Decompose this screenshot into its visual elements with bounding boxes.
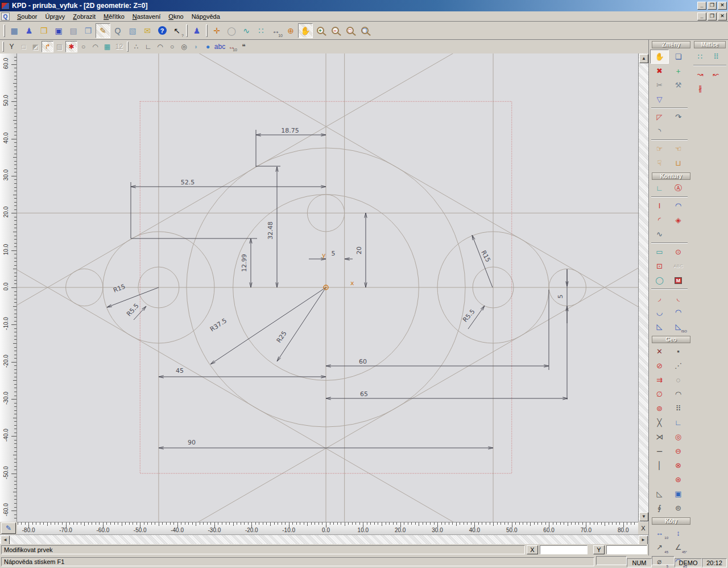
points-cluster-icon[interactable]: ⠿ [669, 401, 688, 415]
menu-nápověda[interactable]: Nápověda [188, 12, 224, 21]
zoom-extents-icon[interactable]: ❐ [357, 23, 372, 38]
point-tool-icon[interactable]: ▪ [669, 344, 688, 359]
dimension-tool-icon[interactable]: ↔10 [268, 23, 283, 38]
panel-title[interactable]: Změny [652, 41, 690, 48]
zoom-window-icon[interactable]: □ [342, 23, 357, 38]
delete-element-icon[interactable]: ✖ [650, 64, 669, 78]
menu-úpravy[interactable]: Úpravy [41, 12, 69, 21]
circle-tangent-icon[interactable]: ⊚ [650, 401, 669, 415]
select-elements-icon[interactable]: ❏ [669, 50, 688, 64]
snap-shape-icon[interactable]: ◗ [190, 41, 202, 52]
polygon-center-icon[interactable]: ⊡ [650, 259, 669, 273]
pattern-mirror-icon[interactable]: ∦ [692, 81, 708, 96]
ellipse-tool-icon[interactable]: ◯ [650, 273, 669, 287]
plot-new-icon[interactable]: ▦ [7, 23, 22, 38]
mdi-restore-button[interactable]: ❐ [708, 13, 717, 20]
step-line-icon[interactable]: ∟ [669, 415, 688, 430]
parallel-lines-icon[interactable]: ⇉ [650, 373, 669, 387]
mdi-close-button[interactable]: ✕ [718, 13, 727, 20]
numeric-mode-icon[interactable]: 12 [113, 41, 125, 52]
circle-element-icon[interactable]: ◯ [224, 23, 239, 38]
grid-mode-icon[interactable]: ▦ [101, 41, 113, 52]
context-help-icon[interactable]: ↖? [169, 23, 184, 38]
point-mode-icon[interactable]: ✱ [65, 41, 77, 52]
menu-soubor[interactable]: Soubor [13, 12, 41, 21]
info-element-icon[interactable]: ♟ [22, 23, 36, 38]
ellipse-curve-icon[interactable]: ⊜ [669, 501, 688, 515]
circle-center-icon[interactable]: ⊙ [669, 245, 688, 259]
select-rect-icon[interactable]: □ [18, 41, 30, 52]
polyline-points-icon[interactable]: ∿ [239, 23, 254, 38]
ruler-y-toggle-icon[interactable]: Y [6, 41, 18, 52]
menu-nastavení[interactable]: Nastavení [129, 12, 165, 21]
pan-hand-icon[interactable]: ✋ [298, 23, 313, 38]
arc-point-icon[interactable]: ◜ [650, 213, 669, 227]
send-page-icon[interactable]: ✉ [140, 23, 155, 38]
scroll-down-icon[interactable]: ▼ [639, 512, 648, 521]
line-2-points-icon[interactable]: ⋰ [669, 359, 688, 373]
ruler-x-toggle[interactable]: X [638, 522, 648, 534]
pattern-curve-right-icon[interactable]: ↜ [708, 67, 724, 81]
fillet-keep-1-icon[interactable]: ◡ [650, 305, 669, 319]
panel-title[interactable]: Geo [652, 336, 690, 343]
trim-intersection-icon[interactable]: ✕ [650, 344, 669, 359]
horizontal-scrollbar[interactable]: ◄ ► [0, 534, 648, 544]
concentric-circle-icon[interactable]: ◎ [669, 430, 688, 444]
y-coord-input[interactable] [606, 545, 647, 554]
panel-title[interactable]: Matice [694, 41, 726, 48]
macro-m-icon[interactable]: M [669, 273, 688, 287]
contour-segment-icon[interactable]: I [650, 199, 669, 213]
panel-title[interactable]: Kontury [652, 172, 690, 180]
view-3d-icon[interactable]: ▧ [125, 23, 140, 38]
scatter-points-icon[interactable]: ∷ [254, 23, 268, 38]
fillet-keep-2-icon[interactable]: ◠ [669, 305, 688, 319]
contour-auto-icon[interactable]: Ⓐ [669, 181, 688, 195]
circle-in-square-icon[interactable]: ▣ [669, 487, 688, 501]
target-crosshair-icon[interactable]: ⊕ [283, 23, 298, 38]
filter-elements-icon[interactable]: ▽ [650, 92, 669, 106]
arc-mode-icon[interactable]: ◠ [89, 41, 101, 52]
mdi-minimize-button[interactable]: _ [697, 13, 706, 20]
dim-horizontal-icon[interactable]: ↔10 [650, 526, 669, 540]
drag-arc-icon[interactable]: ☞ [650, 142, 669, 156]
circle-3-tangents-icon[interactable]: ⊛ [669, 472, 688, 487]
scroll-up-icon[interactable]: ▲ [639, 54, 648, 63]
repair-element-icon[interactable]: ⚒ [669, 78, 688, 92]
help-icon[interactable]: ? [155, 23, 169, 38]
minimize-button[interactable]: _ [697, 2, 706, 10]
snap-corner-icon[interactable]: ∟ [142, 41, 154, 52]
pattern-curve-left-icon[interactable]: ↝ [692, 67, 708, 81]
s-curve-icon[interactable]: ∿ [650, 227, 669, 241]
note-bubble-icon[interactable]: ❝ [238, 41, 250, 52]
line-circle-cut-icon[interactable]: ⊘ [650, 359, 669, 373]
drag-profile-icon[interactable]: ⊔ [669, 156, 688, 170]
drag-circle-icon[interactable]: ☜ [669, 142, 688, 156]
arc-diamond-icon[interactable]: ◈ [669, 213, 688, 227]
dim-radius-icon[interactable]: ◠ø5 [669, 554, 688, 568]
coord-axis-mode-icon[interactable]: ↱ [42, 41, 53, 52]
vertical-line-icon[interactable]: │ [650, 458, 669, 472]
panel-title[interactable]: Kóty [652, 517, 690, 525]
chamfer-icon[interactable]: ◺ [650, 319, 669, 334]
circle-points-icon[interactable]: ◌ [669, 373, 688, 387]
curve-tangent-icon[interactable]: ∮ [650, 501, 669, 515]
mdi-child-icon[interactable]: Q [1, 13, 10, 20]
trim-element-icon[interactable]: ✂ [650, 78, 669, 92]
x-coord-input[interactable] [540, 545, 588, 554]
select-hand-icon[interactable]: ✋ [650, 50, 669, 64]
print-icon[interactable]: ▤ [66, 23, 81, 38]
drag-curve-icon[interactable]: ☟ [650, 156, 669, 170]
offset-element-icon[interactable]: ↷ [669, 110, 688, 124]
dim-vertical-icon[interactable]: ↕ [669, 526, 688, 540]
circle-mode-icon[interactable]: ○ [77, 41, 89, 52]
chamfer-iso-icon[interactable]: ◺ISO [669, 319, 688, 334]
fillet-trim-1-icon[interactable]: ◞ [650, 291, 669, 305]
rectangle-tool-icon[interactable]: ▭ [650, 245, 669, 259]
dim-diameter-icon[interactable]: ⌀5 [650, 554, 669, 568]
open-file-icon[interactable]: ❒ [36, 23, 51, 38]
origin-axes-icon[interactable]: ✛ [209, 23, 224, 38]
dim-angle-icon[interactable]: ∠45° [669, 540, 688, 554]
snap-circle-icon[interactable]: ○ [166, 41, 178, 52]
pattern-grid-icon[interactable]: ⠿ [708, 50, 724, 64]
restore-button[interactable]: ❐ [708, 2, 717, 10]
